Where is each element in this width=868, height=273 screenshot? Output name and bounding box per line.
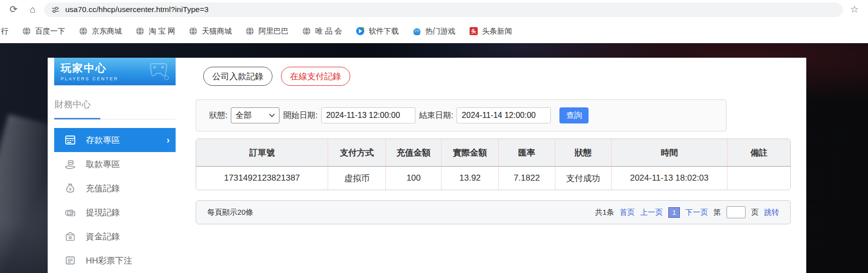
bookmark-label: 唯 品 会 [315,27,342,36]
svg-text:头: 头 [471,29,476,34]
pagination-bar: 每頁顯示20條 共1条 首页 上一页 1 下一页 第 页 跳转 [196,200,791,224]
bookmark-item[interactable]: 百度一下 [22,27,65,36]
table-cell: 13.92 [442,167,499,190]
column-header: 充值金額 [386,139,442,167]
jump-link[interactable]: 跳转 [764,208,779,217]
bookmark-label: 百度一下 [35,27,65,36]
end-date-label: 結束日期: [419,110,453,121]
sidebar-item-label: 提現記錄 [86,207,120,218]
bookmark-label: 京东商城 [92,27,122,36]
section-divider [54,117,176,119]
finance-center-label: 財務中心 [55,98,182,110]
bookmarks-bar: 行 百度一下 京东商城 淘 宝 网 天猫商城 阿里巴巴 唯 品 会 软件下载 热… [0,19,868,43]
bookmark-item[interactable]: 头头条新闻 [469,27,512,36]
record-tabs: 公司入款記錄在線支付記錄 [203,67,791,86]
bookmark-star-icon[interactable]: ☆ [847,2,862,17]
address-bar[interactable]: usa70.cc/hhcp/usercenter.html?iniType=3 [44,3,843,17]
bookmark-item[interactable]: 阿里巴巴 [245,27,288,36]
sidebar-item-label: 充值記錄 [86,183,120,194]
globe-icon [22,27,31,36]
bookmark-item[interactable]: 淘 宝 网 [135,27,175,36]
status-select[interactable]: 全部 [231,107,279,123]
browser-window: ⟳ ⌂ usa70.cc/hhcp/usercenter.html?iniTyp… [0,0,868,273]
page-number-input[interactable] [727,206,746,218]
svg-text:¥: ¥ [69,187,71,192]
withdraw-icon [64,158,76,170]
table-cell: 2024-11-13 18:02:03 [612,167,728,190]
sidebar-item-label: 取款專區 [86,159,120,170]
table-cell: 100 [386,167,442,190]
table-cell: 1731492123821387 [196,167,328,190]
game-icon [412,27,421,36]
pagination-controls: 共1条 首页 上一页 1 下一页 第 页 跳转 [595,206,779,218]
start-date-label: 開始日期: [283,110,317,121]
prev-page-link[interactable]: 上一页 [640,208,663,217]
first-page-link[interactable]: 首页 [620,208,635,217]
table-cell [727,167,790,190]
toutiao-icon: 头 [469,27,478,36]
globe-icon [135,27,144,36]
main-content: 公司入款記錄在線支付記錄 狀態: 全部 開始日期: 結束日期: 查詢 [182,58,806,273]
url-text: usa70.cc/hhcp/usercenter.html?iniType=3 [65,5,209,14]
page-size-text: 每頁顯示20條 [207,208,253,217]
table-header-row: 訂單號支付方式充值金額實際金額匯率狀態時間備註 [196,139,790,167]
sidebar-item-withdraw[interactable]: 取款專區› [54,152,176,176]
chevron-right-icon: › [167,135,170,146]
globe-icon [302,27,311,36]
table-cell: 虚拟币 [328,167,386,190]
reload-icon[interactable]: ⟳ [6,2,21,17]
bookmark-item[interactable]: 热门游戏 [412,27,456,36]
filter-bar: 狀態: 全部 開始日期: 結束日期: 查詢 [196,99,727,131]
status-label: 狀態: [209,110,227,121]
globe-icon [245,27,254,36]
page-background: 玩家中心 PLAYERS CENTER 財務中心 存款專區› [0,43,868,273]
sidebar-item-label: 資金記錄 [86,231,120,242]
column-header: 備註 [727,139,790,167]
players-center-header: 玩家中心 PLAYERS CENTER [54,58,176,85]
recharge-icon: ¥ [64,182,76,194]
user-center-panel: 玩家中心 PLAYERS CENTER 財務中心 存款專區› [48,58,806,273]
bookmark-label: 热门游戏 [425,27,456,36]
sidebar-item-recharge[interactable]: ¥充值記錄› [54,176,176,200]
bookmark-item[interactable]: 京东商城 [79,27,122,36]
globe-icon [79,27,88,36]
tab-company-deposit-records[interactable]: 公司入款記錄 [203,67,272,86]
browser-toolbar: ⟳ ⌂ usa70.cc/hhcp/usercenter.html?iniTyp… [0,0,868,19]
tab-online-payment-records[interactable]: 在線支付記錄 [281,67,350,86]
column-header: 狀態 [555,139,611,167]
current-page-indicator[interactable]: 1 [668,207,680,218]
bookmark-item[interactable]: 天猫商城 [189,27,232,36]
bookmark-item[interactable]: 软件下载 [356,27,399,36]
table-row: 1731492123821387虚拟币10013.927.1822支付成功202… [196,167,790,190]
column-header: 時間 [612,139,728,167]
table-cell: 支付成功 [555,167,611,190]
sidebar-item-cashout[interactable]: 提現記錄› [54,200,176,224]
lottery-icon [64,254,76,266]
start-date-input[interactable] [321,107,415,123]
table-cell: 7.1822 [499,167,555,190]
sidebar-item-lottery[interactable]: HH彩票下注› [54,248,176,272]
home-icon[interactable]: ⌂ [25,2,40,17]
search-button[interactable]: 查詢 [559,107,589,123]
jump-suffix-label: 页 [751,208,759,217]
column-header: 匯率 [499,139,555,167]
bookmark-label: 头条新闻 [482,27,512,36]
records-table: 訂單號支付方式充值金額實際金額匯率狀態時間備註 1731492123821387… [196,139,791,190]
end-date-input[interactable] [457,107,551,123]
status-select-value: 全部 [235,110,251,121]
bookmark-label: 阿里巴巴 [258,27,288,36]
bookmark-item[interactable]: 行 [1,27,9,36]
next-page-link[interactable]: 下一页 [685,208,708,217]
column-header: 訂單號 [196,139,328,167]
table-body: 1731492123821387虚拟币10013.927.1822支付成功202… [196,167,790,190]
sidebar-item-deposit[interactable]: 存款專區› [54,128,176,152]
bookmark-label: 行 [1,27,9,36]
sidebar: 玩家中心 PLAYERS CENTER 財務中心 存款專區› [48,58,182,273]
sidebar-item-label: 存款專區 [86,134,120,146]
bookmark-label: 软件下载 [369,27,399,36]
bookmark-item[interactable]: 唯 品 会 [302,27,342,36]
software-icon [356,27,365,36]
cashout-icon [64,206,76,218]
site-settings-icon[interactable] [51,6,60,14]
sidebar-item-funds[interactable]: ¥資金記錄› [54,224,176,248]
